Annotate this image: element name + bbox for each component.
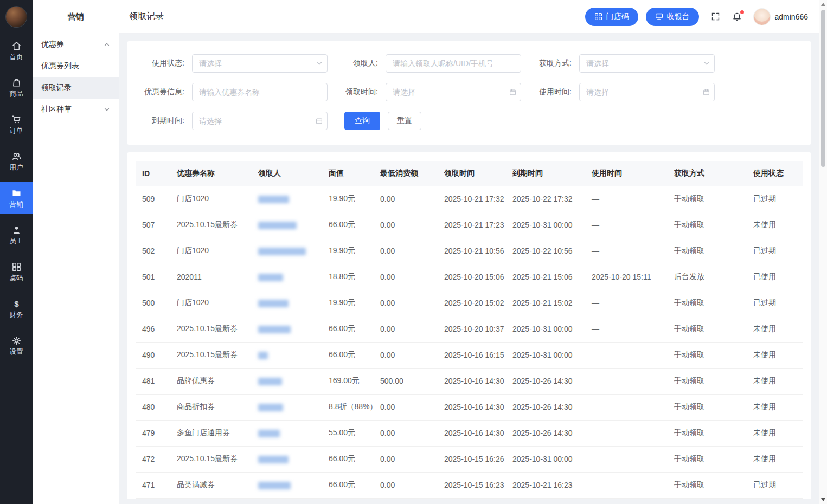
cell-recipient bbox=[252, 238, 322, 264]
column-header: 领取人 bbox=[252, 161, 322, 186]
cell-coupon-name: 202011 bbox=[170, 264, 252, 290]
recipient-redacted bbox=[258, 456, 289, 463]
page-title: 领取记录 bbox=[129, 11, 164, 22]
reset-button[interactable]: 重置 bbox=[388, 112, 421, 130]
filter-coupon-info: 优惠券信息: bbox=[142, 83, 336, 101]
cell-min-spend: 0.00 bbox=[374, 290, 438, 316]
sidebar-item-label: 商品 bbox=[10, 91, 23, 98]
cell-id: 480 bbox=[136, 394, 170, 420]
acquire-method-label: 获取方式: bbox=[529, 59, 579, 68]
acquire-method-input[interactable] bbox=[579, 54, 715, 73]
cell-min-spend: 0.00 bbox=[374, 186, 438, 212]
sidebar-item-goods[interactable]: 商品 bbox=[0, 72, 33, 103]
cell-coupon-name: 门店1020 bbox=[170, 186, 252, 212]
use-status-label: 使用状态: bbox=[142, 59, 192, 68]
sidebar-item-users[interactable]: 用户 bbox=[0, 145, 33, 177]
cell-expires-at: 2025-10-31 00:00 bbox=[506, 342, 585, 368]
cell-face-value: 55.00元 bbox=[322, 420, 374, 446]
search-button[interactable]: 查询 bbox=[344, 112, 380, 130]
workspace-avatar[interactable] bbox=[6, 7, 27, 27]
cell-method: 手动领取 bbox=[668, 342, 747, 368]
cell-min-spend: 0.00 bbox=[374, 238, 438, 264]
cell-face-value: 66.00元 bbox=[322, 446, 374, 472]
use-status-select[interactable] bbox=[192, 54, 328, 73]
page-scrollbar[interactable] bbox=[819, 0, 827, 504]
coupon-info-input[interactable] bbox=[192, 83, 328, 101]
secondary-sidebar: 营销 优惠券优惠券列表领取记录社区种草 bbox=[33, 0, 119, 504]
use-time-datepicker[interactable] bbox=[579, 83, 715, 101]
sidebar-item-label: 订单 bbox=[10, 127, 23, 134]
sidebar-item-marketing[interactable]: 营销 bbox=[0, 182, 33, 214]
table-row: 4962025.10.15最新券66.00元0.002025-10-20 10:… bbox=[136, 316, 803, 342]
column-header: 到期时间 bbox=[506, 161, 585, 186]
scroll-up-arrow-icon[interactable] bbox=[821, 3, 825, 6]
cell-coupon-name: 品类满减券 bbox=[170, 472, 252, 498]
expire-time-datepicker[interactable] bbox=[192, 112, 328, 130]
table-row: 480商品折扣券8.8折（88%）0.002025-10-16 14:30202… bbox=[136, 394, 803, 420]
receive-time-input[interactable] bbox=[386, 83, 521, 101]
cell-coupon-name: 多鱼门店通用券 bbox=[170, 420, 252, 446]
cell-status: 未使用 bbox=[747, 212, 803, 238]
module-title: 营销 bbox=[33, 0, 119, 34]
cell-coupon-name: 2025.10.15最新券 bbox=[170, 316, 252, 342]
cell-recipient bbox=[252, 472, 322, 498]
table-head: ID优惠券名称领取人面值最低消费额领取时间到期时间使用时间获取方式使用状态 bbox=[136, 161, 803, 186]
submenu-group-coupon[interactable]: 优惠券 bbox=[33, 34, 119, 55]
filter-panel: 使用状态: 领取人: 获取方式: bbox=[127, 41, 811, 145]
table-row: 50120201118.80元0.002025-10-20 15:062025-… bbox=[136, 264, 803, 290]
sidebar-item-staff[interactable]: 员工 bbox=[0, 219, 33, 250]
recipient-redacted bbox=[258, 378, 282, 385]
use-status-input[interactable] bbox=[192, 54, 328, 73]
submenu-item-claim-records[interactable]: 领取记录 bbox=[33, 77, 119, 99]
store-code-button[interactable]: 门店码 bbox=[585, 8, 638, 26]
notification-bell-icon[interactable] bbox=[732, 12, 742, 22]
recipient-redacted bbox=[258, 300, 289, 307]
cell-used-at: — bbox=[585, 420, 668, 446]
cell-method: 手动领取 bbox=[668, 472, 747, 498]
cell-recipient bbox=[252, 186, 322, 212]
cell-face-value: 66.00元 bbox=[322, 472, 374, 498]
cell-status: 已过期 bbox=[747, 186, 803, 212]
scroll-down-arrow-icon[interactable] bbox=[821, 498, 825, 501]
submenu-group-community[interactable]: 社区种草 bbox=[33, 99, 119, 120]
cell-face-value: 66.00元 bbox=[322, 342, 374, 368]
cell-recipient bbox=[252, 342, 322, 368]
table-row: 500门店102019.90元0.002025-10-20 15:022025-… bbox=[136, 290, 803, 316]
cell-min-spend: 0.00 bbox=[374, 264, 438, 290]
cell-expires-at: 2025-10-26 14:30 bbox=[506, 368, 585, 394]
username[interactable]: admin666 bbox=[775, 12, 809, 21]
cell-coupon-name: 商品折扣券 bbox=[170, 394, 252, 420]
sidebar-item-orders[interactable]: 订单 bbox=[0, 108, 33, 140]
cell-coupon-name: 门店1020 bbox=[170, 238, 252, 264]
cell-received-at: 2025-10-15 16:26 bbox=[438, 446, 506, 472]
sidebar-item-home[interactable]: 首页 bbox=[0, 35, 33, 66]
sidebar-item-table-code[interactable]: 桌码 bbox=[0, 256, 33, 287]
user-avatar[interactable] bbox=[754, 9, 770, 25]
sidebar-item-finance[interactable]: $财务 bbox=[0, 293, 33, 324]
table-row: 509门店102019.90元0.002025-10-21 17:322025-… bbox=[136, 186, 803, 212]
cell-min-spend: 0.00 bbox=[374, 446, 438, 472]
submenu-list: 优惠券优惠券列表领取记录社区种草 bbox=[33, 34, 119, 120]
cashier-button[interactable]: 收银台 bbox=[646, 8, 699, 26]
recipient-input[interactable] bbox=[386, 54, 521, 73]
fullscreen-icon[interactable] bbox=[711, 12, 720, 21]
receive-time-datepicker[interactable] bbox=[386, 83, 521, 101]
sidebar-item-settings[interactable]: 设置 bbox=[0, 329, 33, 361]
table-row: 481品牌优惠券169.00元500.002025-10-16 14:30202… bbox=[136, 368, 803, 394]
use-time-input[interactable] bbox=[579, 83, 715, 101]
cell-used-at: — bbox=[585, 212, 668, 238]
notification-dot bbox=[740, 10, 744, 14]
cell-recipient bbox=[252, 290, 322, 316]
expire-time-input[interactable] bbox=[192, 112, 328, 130]
table-row: 479多鱼门店通用券55.00元0.002025-10-16 14:302025… bbox=[136, 420, 803, 446]
coupon-info-field[interactable] bbox=[192, 83, 328, 101]
chevron-down-icon bbox=[104, 106, 110, 113]
recipient-field[interactable] bbox=[386, 54, 521, 73]
cell-recipient bbox=[252, 394, 322, 420]
scrollbar-thumb[interactable] bbox=[821, 10, 825, 167]
cell-used-at: 2025-10-20 15:11 bbox=[585, 264, 668, 290]
submenu-item-coupon-list[interactable]: 优惠券列表 bbox=[33, 55, 119, 77]
acquire-method-select[interactable] bbox=[579, 54, 715, 73]
cell-expires-at: 2025-10-22 10:56 bbox=[506, 238, 585, 264]
cell-min-spend: 0.00 bbox=[374, 420, 438, 446]
